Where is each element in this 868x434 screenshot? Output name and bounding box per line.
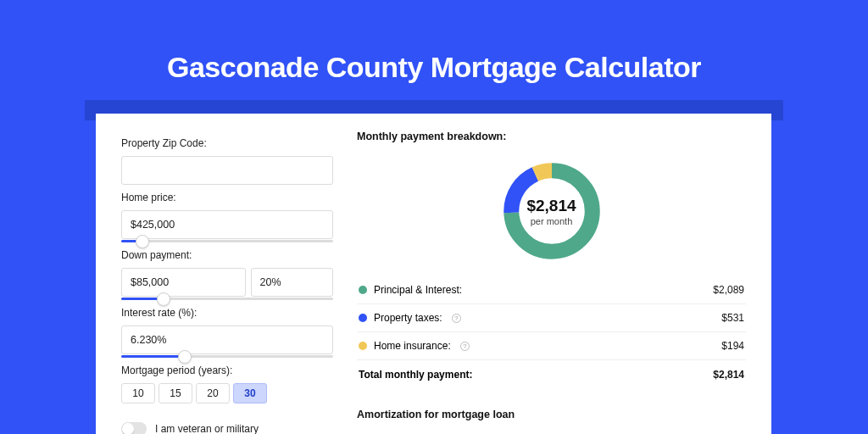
period-option-20[interactable]: 20 xyxy=(196,383,230,403)
down-payment-pct-input[interactable] xyxy=(251,268,333,297)
slider-thumb[interactable] xyxy=(178,350,192,364)
legend-row-taxes: Property taxes: ? $531 xyxy=(357,304,746,332)
period-option-15[interactable]: 15 xyxy=(159,383,192,403)
home-price-label: Home price: xyxy=(121,192,333,203)
amortization-title: Amortization for mortgage loan xyxy=(357,409,746,420)
zip-input[interactable] xyxy=(121,156,333,185)
swatch-principal xyxy=(359,286,367,294)
veteran-label: I am veteran or military xyxy=(155,423,259,434)
period-label: Mortgage period (years): xyxy=(121,364,333,376)
down-payment-label: Down payment: xyxy=(121,249,333,261)
calculator-card: Property Zip Code: Home price: Down paym… xyxy=(96,114,771,434)
legend-value-insurance: $194 xyxy=(721,340,744,352)
legend-row-principal: Principal & Interest: $2,089 xyxy=(357,276,746,304)
inputs-column: Property Zip Code: Home price: Down paym… xyxy=(121,131,333,434)
donut-amount: $2,814 xyxy=(526,197,576,215)
breakdown-column: Monthly payment breakdown: $2,814 per mo… xyxy=(357,131,746,434)
legend-value-principal: $2,089 xyxy=(713,284,744,296)
page-title: Gasconade County Mortgage Calculator xyxy=(0,0,868,106)
donut-per-month: per month xyxy=(531,216,573,226)
legend-label-principal: Principal & Interest: xyxy=(374,284,462,296)
interest-rate-input[interactable] xyxy=(121,326,333,354)
veteran-row: I am veteran or military xyxy=(121,422,333,434)
breakdown-title: Monthly payment breakdown: xyxy=(357,131,746,142)
veteran-toggle[interactable] xyxy=(121,422,147,434)
period-option-30[interactable]: 30 xyxy=(233,383,267,403)
legend-label-taxes: Property taxes: xyxy=(374,312,442,324)
legend-row-insurance: Home insurance: ? $194 xyxy=(357,332,746,360)
swatch-insurance xyxy=(359,342,367,350)
period-option-10[interactable]: 10 xyxy=(121,383,155,403)
slider-thumb[interactable] xyxy=(157,292,170,306)
period-options: 10 15 20 30 xyxy=(121,383,333,403)
donut-chart-wrap: $2,814 per month xyxy=(357,146,746,276)
legend-value-total: $2,814 xyxy=(713,369,744,381)
legend-label-insurance: Home insurance: xyxy=(374,340,451,352)
home-price-input[interactable] xyxy=(121,210,333,239)
interest-rate-slider[interactable] xyxy=(121,355,333,358)
legend-label-total: Total monthly payment: xyxy=(359,369,472,381)
slider-thumb[interactable] xyxy=(136,235,149,248)
interest-rate-label: Interest rate (%): xyxy=(121,307,333,319)
help-icon[interactable]: ? xyxy=(460,342,470,351)
zip-label: Property Zip Code: xyxy=(121,137,333,149)
down-payment-slider[interactable] xyxy=(121,298,333,300)
help-icon[interactable]: ? xyxy=(452,314,461,323)
amortization-body: Amortization for a mortgage loan refers … xyxy=(357,431,746,434)
down-payment-amount-input[interactable] xyxy=(121,268,246,297)
donut-chart: $2,814 per month xyxy=(498,158,605,264)
home-price-slider[interactable] xyxy=(121,240,333,242)
legend-row-total: Total monthly payment: $2,814 xyxy=(357,360,746,388)
swatch-taxes xyxy=(359,314,367,322)
legend-value-taxes: $531 xyxy=(721,312,744,324)
